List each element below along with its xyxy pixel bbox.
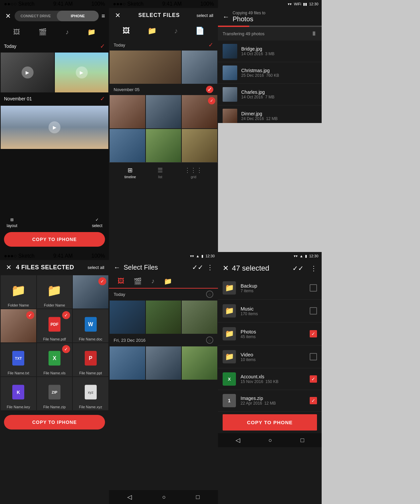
tab-video[interactable]: 🎬 bbox=[35, 27, 51, 37]
close-button-p6[interactable]: ✕ bbox=[223, 264, 229, 273]
back-nav-p4[interactable]: ◁ bbox=[127, 493, 132, 501]
folder-backup[interactable]: 📁 Backup 7 items bbox=[218, 277, 322, 300]
segment-iphone[interactable]: IPHONE bbox=[57, 11, 99, 21]
android-photo-1[interactable] bbox=[110, 301, 145, 334]
copy-phone-button[interactable]: COPY TO PHONE bbox=[223, 414, 317, 431]
file-checkbox-account[interactable] bbox=[310, 375, 317, 383]
folder-checkbox-music[interactable] bbox=[310, 307, 317, 315]
copy-iphone-button-p5[interactable]: COPY TO IPHONE bbox=[4, 415, 105, 430]
file-row-bridge[interactable]: Bridge.jpg 14 Oct 2016 3 MB bbox=[218, 41, 322, 62]
close-button[interactable]: ✕ bbox=[4, 12, 12, 20]
photo-cell-selected-1[interactable]: ✓ bbox=[73, 275, 108, 309]
select-all-button[interactable]: select all bbox=[196, 13, 213, 18]
folder-checkbox-backup[interactable] bbox=[310, 284, 317, 292]
folder-checkbox-video[interactable] bbox=[310, 353, 317, 360]
folder-checkbox-photos[interactable] bbox=[310, 330, 317, 337]
tab-folder-p2[interactable]: 📁 bbox=[145, 25, 159, 37]
key-cell[interactable]: K File Name.key bbox=[1, 377, 36, 410]
tab-music-p2[interactable]: ♪ bbox=[171, 25, 180, 37]
view-list[interactable]: ☰ list bbox=[158, 167, 163, 179]
file-row-account[interactable]: X Account.xls 15 Nov 2016 150 KB bbox=[218, 368, 322, 390]
file-checkbox-images[interactable] bbox=[310, 397, 317, 404]
back-nav-p6[interactable]: ◁ bbox=[236, 437, 240, 444]
android-photo-4[interactable] bbox=[110, 346, 145, 380]
media-tab-folder[interactable]: 📁 bbox=[160, 275, 176, 288]
photo-cell-4[interactable]: ✓ bbox=[182, 95, 217, 128]
photo-cell-5[interactable] bbox=[110, 129, 145, 162]
file-row-dinner[interactable]: Dinner.jpg 24 Dec 2016 12 MB bbox=[218, 105, 322, 123]
select-all-p5[interactable]: select all bbox=[87, 265, 104, 270]
photo-cell-7[interactable] bbox=[182, 129, 217, 162]
layout-btn[interactable]: ⊞ layout bbox=[7, 217, 17, 228]
tab-photo-p2[interactable]: 🖼 bbox=[120, 25, 133, 37]
folder-cell-1[interactable]: 📁 Folder Name bbox=[1, 275, 36, 309]
photo-cell-selected-2[interactable]: ✓ bbox=[1, 309, 36, 342]
zip-cell[interactable]: ZIP File Name.zip bbox=[37, 377, 72, 410]
date-today-check[interactable]: ✓ bbox=[208, 41, 213, 49]
folder-cell-2[interactable]: 📁 Folder Name bbox=[37, 275, 72, 309]
xls-cell[interactable]: ✓ X File Name.xls bbox=[37, 343, 72, 376]
file-row-charles[interactable]: Charles.jpg 14 Oct 2016 7 MB bbox=[218, 84, 322, 105]
file-row-images[interactable]: 1 Images.zip 22 Apr 2016 12 MB bbox=[218, 390, 322, 412]
file-row-christmas[interactable]: Christmas.jpg 25 Dec 2016 760 KB bbox=[218, 62, 322, 84]
date-nov05-check[interactable]: ✓ bbox=[206, 86, 213, 93]
files-selected-header: ✕ 4 FILES SELECTED select all bbox=[0, 260, 109, 275]
media-tab-music[interactable]: ♪ bbox=[147, 275, 158, 288]
media-tab-photo[interactable]: 🖼 bbox=[114, 275, 128, 288]
back-button-p3[interactable]: ← bbox=[223, 13, 229, 21]
xyz-cell[interactable]: xyz File Name.xyz bbox=[73, 377, 108, 410]
copy-iphone-button[interactable]: COPY TO IPHONE bbox=[4, 232, 105, 247]
home-nav-p4[interactable]: ○ bbox=[162, 494, 166, 501]
photo-cell-wide[interactable] bbox=[110, 51, 181, 84]
play-button-1[interactable]: ▶ bbox=[22, 66, 34, 78]
check-all-icon-p4[interactable]: ✓✓ bbox=[192, 263, 203, 271]
txt-cell[interactable]: TXT File Name.txt bbox=[1, 343, 36, 376]
pdf-cell[interactable]: ✓ PDF File Name.pdf bbox=[37, 309, 72, 342]
close-button-p2[interactable]: ✕ bbox=[114, 11, 122, 19]
pause-button[interactable]: ⏸ bbox=[311, 30, 317, 37]
select-btn[interactable]: ✓ select bbox=[92, 217, 102, 228]
android-photo-5[interactable] bbox=[146, 346, 181, 380]
doc-icon: W bbox=[85, 317, 97, 332]
segment-control[interactable]: CONNECT DRIVE IPHONE bbox=[15, 11, 99, 21]
back-button-p4[interactable]: ← bbox=[114, 264, 120, 271]
recents-nav-p6[interactable]: □ bbox=[300, 437, 304, 444]
play-button-2[interactable]: ▶ bbox=[76, 66, 88, 78]
photo-cell-3[interactable] bbox=[146, 95, 181, 128]
more-icon-p4[interactable]: ⋮ bbox=[207, 263, 213, 271]
video-single-dog[interactable]: ▶ bbox=[1, 106, 108, 149]
android-photo-3[interactable] bbox=[182, 301, 217, 334]
photo-cell-2[interactable] bbox=[110, 95, 145, 128]
photo-cell-6[interactable] bbox=[146, 129, 181, 162]
tab-music[interactable]: ♪ bbox=[61, 27, 73, 37]
folder-photos[interactable]: 📁 Photos 45 items bbox=[218, 322, 322, 345]
ppt-cell[interactable]: P File Name.ppt bbox=[73, 343, 108, 376]
folder-music[interactable]: 📁 Music 170 items bbox=[218, 300, 322, 322]
close-button-p5[interactable]: ✕ bbox=[5, 263, 13, 271]
tab-file-p2[interactable]: 📄 bbox=[193, 25, 207, 37]
android-photo-2[interactable] bbox=[146, 301, 181, 334]
section-today-check[interactable]: ✓ bbox=[100, 43, 105, 50]
view-timeline[interactable]: ⊞ timeline bbox=[125, 167, 136, 179]
folder-label-2: Folder Name bbox=[37, 303, 72, 307]
section-nov01-check[interactable]: ✓ bbox=[100, 95, 105, 102]
segment-connect-drive[interactable]: CONNECT DRIVE bbox=[15, 11, 57, 21]
date-today-check-p4[interactable]: ○ bbox=[206, 291, 213, 298]
home-nav-p6[interactable]: ○ bbox=[268, 437, 272, 444]
media-tab-video[interactable]: 🎬 bbox=[130, 275, 146, 288]
date-dec23-check-p4[interactable]: ○ bbox=[206, 336, 213, 344]
video-thumb-1[interactable]: ▶ bbox=[1, 53, 54, 92]
android-photo-6[interactable] bbox=[182, 346, 217, 380]
video-thumb-2[interactable]: ▶ bbox=[55, 53, 108, 92]
view-grid[interactable]: ⋮⋮⋮ grid bbox=[184, 167, 202, 179]
copying-title: Photos bbox=[233, 15, 317, 23]
folder-video[interactable]: 📁 Video 10 items bbox=[218, 345, 322, 368]
photo-cell-1[interactable] bbox=[182, 51, 217, 84]
more-icon-p6[interactable]: ⋮ bbox=[310, 264, 317, 272]
doc-cell[interactable]: W File Name.doc bbox=[73, 309, 108, 342]
play-button-3[interactable]: ▶ bbox=[49, 121, 60, 133]
tab-folder[interactable]: 📁 bbox=[83, 27, 100, 37]
recents-nav-p4[interactable]: □ bbox=[196, 494, 200, 501]
tab-photo[interactable]: 🖼 bbox=[9, 27, 24, 37]
check-all-icon-p6[interactable]: ✓✓ bbox=[292, 264, 304, 272]
